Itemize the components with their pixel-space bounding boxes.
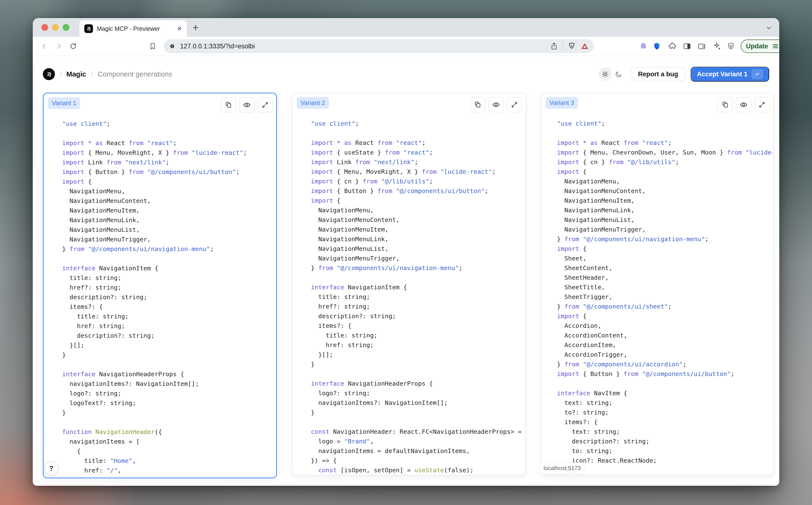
breadcrumb-separator: / xyxy=(91,70,93,78)
leo-sparkles-icon[interactable] xyxy=(712,41,722,51)
variant-card-2[interactable]: Variant 2 "use client"; import * as Re xyxy=(292,93,526,475)
accept-variant-button[interactable]: Accept Variant 1 xyxy=(691,67,769,81)
close-window-button[interactable] xyxy=(41,24,48,31)
tab-search-chevron-icon[interactable] xyxy=(765,24,773,31)
eye-icon xyxy=(739,101,748,109)
shield-extension-icon[interactable] xyxy=(652,41,662,51)
new-tab-button[interactable]: + xyxy=(193,22,199,33)
copy-code-button[interactable] xyxy=(470,97,486,113)
ghost-extension-icon[interactable] xyxy=(639,41,648,51)
page-header: 2) / Magic / Component generations xyxy=(33,56,779,92)
sun-icon xyxy=(601,70,609,78)
copy-icon xyxy=(721,101,729,109)
browser-update-button[interactable]: Update xyxy=(741,39,779,53)
variant-card-header: Variant 2 xyxy=(297,97,522,113)
sidebar-icon[interactable] xyxy=(682,41,692,51)
back-icon[interactable] xyxy=(39,41,49,51)
theme-toggle xyxy=(598,67,626,81)
expand-icon xyxy=(758,101,766,108)
update-label: Update xyxy=(746,43,768,50)
variant-actions xyxy=(718,97,770,113)
enter-key-icon xyxy=(752,69,763,79)
browser-window: 2) Magic MCP - Previewer ✕ + xyxy=(33,18,779,486)
variant-actions xyxy=(221,97,273,113)
extensions-puzzle-icon[interactable] xyxy=(668,41,677,51)
accept-variant-label: Accept Variant 1 xyxy=(697,70,748,78)
address-bar-divider xyxy=(562,43,563,50)
zoom-window-button[interactable] xyxy=(62,24,70,31)
browser-toolbar: 127.0.0.1:3335/?id=esolbi xyxy=(33,37,779,56)
variant-badge: Variant 3 xyxy=(546,97,578,109)
expand-button[interactable] xyxy=(754,97,770,113)
copy-icon xyxy=(474,101,482,109)
breadcrumb-page: Component generations xyxy=(98,70,172,78)
variant-card-3[interactable]: Variant 3 "use client"; import * as Re xyxy=(541,93,774,475)
address-bar[interactable]: 127.0.0.1:3335/?id=esolbi xyxy=(164,39,594,53)
status-bubble: localhost:5173 xyxy=(540,462,584,474)
copy-code-button[interactable] xyxy=(718,97,733,113)
previewer-page: 2) / Magic / Component generations xyxy=(33,56,779,486)
tab-title: Magic MCP - Previewer xyxy=(97,25,173,32)
preview-button[interactable] xyxy=(736,97,751,113)
share-icon[interactable] xyxy=(550,42,558,50)
reload-icon[interactable] xyxy=(69,41,78,51)
variant-badge: Variant 1 xyxy=(48,97,80,109)
variant-card-1[interactable]: Variant 1 "use client"; import * as Re xyxy=(43,93,277,478)
code-block[interactable]: "use client"; import * as React from "re… xyxy=(557,119,773,474)
bookmark-icon[interactable] xyxy=(148,41,157,51)
preview-button[interactable] xyxy=(239,97,255,113)
copy-icon xyxy=(225,101,232,109)
expand-icon xyxy=(262,101,269,109)
site-info-icon[interactable] xyxy=(168,43,176,50)
expand-icon xyxy=(511,101,518,108)
light-theme-button[interactable] xyxy=(598,67,612,81)
help-button[interactable]: ? xyxy=(44,462,58,475)
moon-icon xyxy=(615,70,623,78)
preview-button[interactable] xyxy=(488,97,504,113)
eye-icon xyxy=(492,101,500,109)
brave-rewards-icon[interactable] xyxy=(580,42,589,50)
eye-icon xyxy=(243,101,251,109)
variant-card-header: Variant 3 xyxy=(546,97,770,113)
code-block[interactable]: "use client"; import * as React from "re… xyxy=(62,119,276,477)
tab-close-icon[interactable]: ✕ xyxy=(177,25,182,32)
url-text[interactable]: 127.0.0.1:3335/?id=esolbi xyxy=(180,43,255,50)
expand-button[interactable] xyxy=(507,97,522,113)
desktop-background: 2) Magic MCP - Previewer ✕ + xyxy=(0,0,812,505)
browser-tab[interactable]: 2) Magic MCP - Previewer ✕ xyxy=(80,20,187,37)
brave-shields-icon[interactable] xyxy=(567,42,576,50)
breadcrumb-app[interactable]: Magic xyxy=(66,70,86,78)
variant-actions xyxy=(470,97,522,113)
tab-favicon: 2) xyxy=(84,24,93,33)
copy-code-button[interactable] xyxy=(221,97,236,113)
report-bug-button[interactable]: Report a bug xyxy=(630,67,686,81)
magic-logo[interactable]: 2) xyxy=(43,68,55,80)
dark-theme-button[interactable] xyxy=(612,67,626,81)
variant-badge: Variant 2 xyxy=(297,97,329,109)
breadcrumb-separator: / xyxy=(60,70,61,78)
expand-button[interactable] xyxy=(257,97,273,113)
minimize-window-button[interactable] xyxy=(52,24,59,31)
forward-icon[interactable] xyxy=(54,41,63,51)
menu-hamburger-icon[interactable] xyxy=(772,42,779,50)
wallet-icon[interactable] xyxy=(697,41,706,51)
code-block[interactable]: "use client"; import * as React from "re… xyxy=(311,119,525,474)
variant-card-header: Variant 1 xyxy=(48,97,273,113)
tab-strip: 2) Magic MCP - Previewer ✕ + xyxy=(33,18,779,37)
vpn-shield-icon[interactable] xyxy=(726,41,736,51)
